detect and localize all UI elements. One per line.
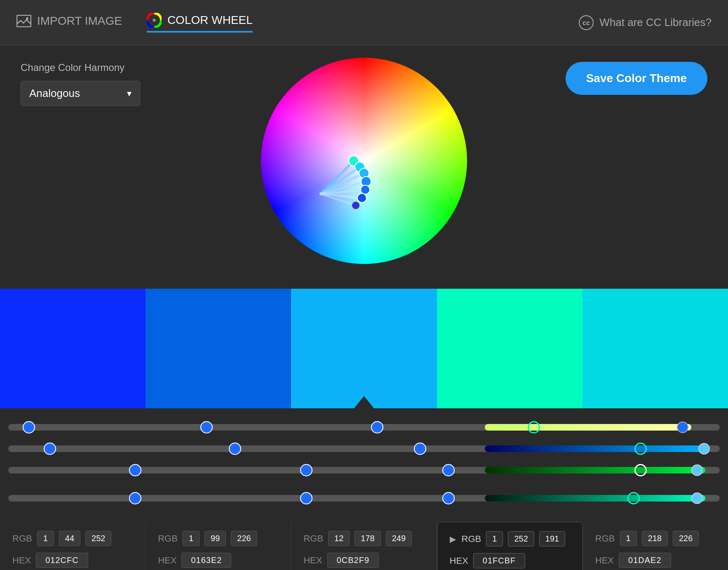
rgb-g-4[interactable]: 252	[508, 531, 534, 546]
color-wheel-icon	[147, 13, 162, 28]
swatch-arrow	[354, 396, 374, 408]
thumb-3-3[interactable]	[442, 464, 455, 476]
thumb-4-5[interactable]	[691, 492, 703, 504]
rgb-b-5[interactable]: 226	[673, 531, 699, 546]
color-wheel-container	[257, 54, 471, 268]
thumb-3-2[interactable]	[300, 464, 312, 476]
svg-point-22	[357, 193, 366, 203]
slider-4-highlight	[485, 495, 705, 502]
label-type-rgb-1: RGB	[12, 533, 32, 544]
slider-row-3	[6, 459, 722, 481]
swatch-4[interactable]	[437, 289, 582, 408]
slider-row-1	[6, 417, 722, 438]
color-label-2: RGB 1 99 226 HEX 0163E2	[146, 522, 291, 570]
top-nav: IMPORT IMAGE COLOR WHEEL cc What are	[0, 0, 728, 45]
color-label-3: RGB 12 178 249 HEX 0CB2F9	[291, 522, 437, 570]
color-wheel-svg	[257, 54, 471, 268]
rgb-r-1[interactable]: 1	[37, 531, 54, 546]
rgb-g-2[interactable]: 99	[204, 531, 226, 546]
rgb-r-5[interactable]: 1	[620, 531, 637, 546]
swatch-3-active[interactable]	[291, 289, 437, 408]
rgb-g-5[interactable]: 218	[642, 531, 668, 546]
thumb-1-3[interactable]	[371, 421, 383, 433]
swatch-2[interactable]	[146, 289, 291, 408]
thumb-3-4[interactable]	[634, 464, 647, 476]
label-type-hex-5: HEX	[595, 555, 614, 566]
label-type-hex-3: HEX	[303, 555, 322, 566]
rgb-r-2[interactable]: 1	[183, 531, 200, 546]
label-type-rgb-3: RGB	[303, 533, 323, 544]
swatch-1[interactable]	[0, 289, 146, 408]
cc-icon: cc	[579, 15, 594, 30]
hex-value-4[interactable]: 01FCBF	[473, 553, 525, 568]
label-type-hex-4: HEX	[450, 556, 468, 566]
main-area: Change Color Harmony Analogous ▾ Save Co…	[0, 45, 728, 570]
thumb-4-2[interactable]	[300, 492, 312, 504]
slider-track-1[interactable]	[8, 424, 720, 431]
thumb-3-1[interactable]	[129, 464, 141, 476]
thumb-4-4[interactable]	[627, 492, 640, 504]
rgb-b-3[interactable]: 249	[386, 531, 412, 546]
hex-value-3[interactable]: 0CB2F9	[327, 553, 379, 568]
swatch-5[interactable]	[582, 289, 728, 408]
harmony-dropdown[interactable]: Analogous ▾	[21, 81, 140, 106]
svg-point-9	[261, 58, 467, 264]
thumb-1-4[interactable]	[528, 421, 540, 433]
color-label-1: RGB 1 44 252 HEX 012CFC	[0, 522, 146, 570]
thumb-1-2[interactable]	[200, 421, 213, 433]
thumb-2-4[interactable]	[634, 443, 647, 455]
rgb-g-1[interactable]: 44	[59, 531, 80, 546]
color-wheel-tab[interactable]: COLOR WHEEL	[147, 13, 253, 33]
svg-point-1	[26, 17, 28, 20]
rgb-r-4[interactable]: 1	[486, 531, 503, 546]
rgb-b-2[interactable]: 226	[231, 531, 257, 546]
thumb-2-5[interactable]	[698, 443, 710, 455]
label-type-rgb-5: RGB	[595, 533, 615, 544]
slider-section	[0, 417, 728, 509]
slider-row-2	[6, 438, 722, 459]
rgb-r-3[interactable]: 12	[328, 531, 350, 546]
color-wheel-label: COLOR WHEEL	[167, 14, 253, 27]
slider-3-highlight	[485, 467, 705, 473]
label-type-hex-1: HEX	[12, 555, 31, 566]
label-type-hex-2: HEX	[158, 555, 176, 566]
hex-value-2[interactable]: 0163E2	[181, 553, 231, 568]
svg-point-21	[361, 185, 370, 194]
hex-value-1[interactable]: 012CFC	[36, 553, 88, 568]
rgb-g-3[interactable]: 178	[355, 531, 380, 546]
svg-point-4	[153, 19, 156, 22]
svg-rect-0	[17, 15, 31, 27]
slider-track-4[interactable]	[8, 495, 720, 502]
cc-libraries[interactable]: cc What are CC Libraries?	[579, 15, 712, 30]
harmony-panel: Change Color Harmony Analogous ▾	[21, 62, 177, 106]
slider-row-4	[6, 488, 722, 509]
hex-value-5[interactable]: 01DAE2	[619, 553, 671, 568]
thumb-1-1[interactable]	[23, 421, 35, 433]
label-type-rgb-2: RGB	[158, 533, 178, 544]
rgb-labels-row: RGB 1 44 252 HEX 012CFC RGB 1 99 226 HEX…	[0, 522, 728, 570]
rgb-b-4[interactable]: 191	[539, 531, 565, 546]
harmony-label: Change Color Harmony	[21, 62, 177, 73]
slider-2-highlight	[485, 445, 705, 452]
expand-arrow-icon[interactable]: ▶	[450, 534, 456, 544]
thumb-2-2[interactable]	[229, 443, 241, 455]
import-image-tab[interactable]: IMPORT IMAGE	[16, 14, 122, 32]
color-label-5: RGB 1 218 226 HEX 01DAE2	[583, 522, 728, 570]
rgb-b-1[interactable]: 252	[85, 531, 111, 546]
thumb-2-3[interactable]	[414, 443, 426, 455]
slider-1-highlight	[485, 424, 691, 431]
cc-label: What are CC Libraries?	[599, 16, 712, 29]
slider-track-2[interactable]	[8, 445, 720, 452]
thumb-4-1[interactable]	[129, 492, 141, 504]
harmony-value: Analogous	[29, 87, 80, 100]
thumb-4-3[interactable]	[442, 492, 455, 504]
thumb-1-5[interactable]	[677, 422, 688, 433]
slider-track-3[interactable]	[8, 467, 720, 473]
label-type-rgb-4: RGB	[462, 534, 481, 544]
chevron-down-icon: ▾	[127, 88, 132, 99]
import-icon	[16, 14, 31, 28]
thumb-3-5[interactable]	[691, 464, 703, 476]
nav-left: IMPORT IMAGE COLOR WHEEL	[16, 13, 253, 33]
thumb-2-1[interactable]	[44, 443, 56, 455]
save-color-theme-button[interactable]: Save Color Theme	[566, 62, 707, 95]
